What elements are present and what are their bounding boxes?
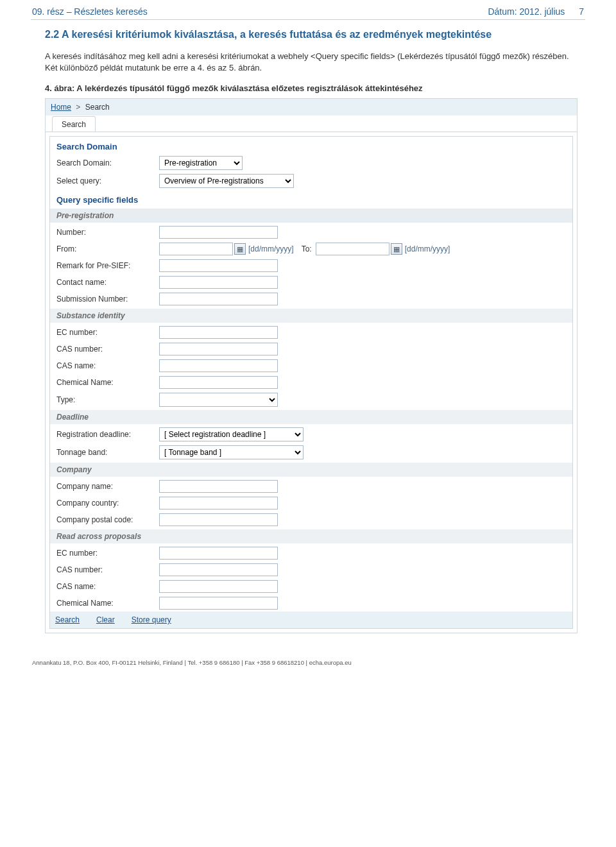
remark-input[interactable] <box>159 259 278 272</box>
section-paragraph: A keresés indításához meg kell adni a ke… <box>45 51 578 75</box>
qsf-title: Query specific fields <box>50 190 572 207</box>
ec-input-2[interactable] <box>159 547 278 560</box>
casname-input[interactable] <box>159 359 278 372</box>
label-submission-no: Submission Number: <box>56 295 159 304</box>
header-rule <box>31 19 585 20</box>
button-bar: Search Clear Store query <box>50 612 572 628</box>
search-button[interactable]: Search <box>55 615 80 624</box>
select-query-select[interactable]: Overview of Pre-registrations <box>159 174 294 188</box>
regdeadline-select[interactable]: [ Select registration deadline ] <box>159 427 304 441</box>
label-to: To: <box>302 244 312 253</box>
label-ec2: EC number: <box>56 549 159 558</box>
cas-input[interactable] <box>159 343 278 355</box>
label-chemname: Chemical Name: <box>56 378 159 387</box>
page-header: 09. rész – Részletes keresés Dátum: 2012… <box>0 0 616 19</box>
contact-input[interactable] <box>159 276 278 289</box>
number-input[interactable] <box>159 226 278 239</box>
breadcrumb: Home > Search <box>46 99 577 116</box>
label-coname: Company name: <box>56 482 159 491</box>
label-copostal: Company postal code: <box>56 515 159 524</box>
label-remark: Remark for Pre-SIEF: <box>56 261 159 270</box>
company-postal-input[interactable] <box>159 513 278 526</box>
label-casname2: CAS name: <box>56 582 159 591</box>
label-search-domain: Search Domain: <box>56 158 159 167</box>
casname-input-2[interactable] <box>159 580 278 593</box>
section-title: 2.2 A keresési kritériumok kiválasztása,… <box>45 28 578 42</box>
search-app: Home > Search Search Search Domain Searc… <box>45 98 578 633</box>
page-footer: Annankatu 18, P.O. Box 400, FI-00121 Hel… <box>32 659 584 666</box>
breadcrumb-home[interactable]: Home <box>51 103 71 112</box>
label-chemname2: Chemical Name: <box>56 599 159 608</box>
group-deadline: Deadline <box>50 410 572 424</box>
calendar-icon[interactable]: ▦ <box>391 243 402 255</box>
figure-caption: 4. ábra: A lekérdezés típusától függő me… <box>45 83 578 93</box>
page-number: 7 <box>579 6 584 17</box>
breadcrumb-current: Search <box>85 103 110 112</box>
label-regdeadline: Registration deadline: <box>56 430 159 439</box>
clear-button[interactable]: Clear <box>96 615 115 624</box>
company-country-input[interactable] <box>159 497 278 509</box>
label-cas: CAS number: <box>56 345 159 354</box>
label-cas2: CAS number: <box>56 565 159 574</box>
label-from: From: <box>56 244 159 253</box>
submission-no-input[interactable] <box>159 293 278 305</box>
label-type: Type: <box>56 395 159 404</box>
type-select[interactable] <box>159 393 278 407</box>
group-preregistration: Pre-registration <box>50 209 572 223</box>
breadcrumb-sep: > <box>76 103 80 112</box>
tabbar: Search <box>46 116 577 132</box>
tab-search[interactable]: Search <box>52 116 96 132</box>
search-domain-title: Search Domain <box>50 137 572 154</box>
header-right: Dátum: 2012. július 7 <box>488 6 584 17</box>
ec-input[interactable] <box>159 326 278 339</box>
search-domain-select[interactable]: Pre-registration <box>159 156 243 170</box>
cas-input-2[interactable] <box>159 563 278 576</box>
group-rap: Read across proposals <box>50 529 572 543</box>
header-left: 09. rész – Részletes keresés <box>32 6 148 17</box>
form-panel: Search Domain Search Domain: Pre-registr… <box>49 136 573 629</box>
company-name-input[interactable] <box>159 480 278 493</box>
group-substance: Substance identity <box>50 309 572 323</box>
chemname-input[interactable] <box>159 376 278 389</box>
to-date-input[interactable] <box>316 243 389 255</box>
label-select-query: Select query: <box>56 176 159 185</box>
label-casname: CAS name: <box>56 361 159 370</box>
from-date-hint: [dd/mm/yyyy] <box>248 244 294 253</box>
chemname-input-2[interactable] <box>159 597 278 610</box>
label-contact: Contact name: <box>56 278 159 287</box>
store-query-button[interactable]: Store query <box>132 615 171 624</box>
label-tonnage: Tonnage band: <box>56 448 159 457</box>
label-number: Number: <box>56 228 159 237</box>
header-date: Dátum: 2012. július <box>488 6 565 17</box>
from-date-input[interactable] <box>159 243 233 255</box>
tonnage-select[interactable]: [ Tonnage band ] <box>159 445 304 459</box>
group-company: Company <box>50 463 572 477</box>
label-ec: EC number: <box>56 328 159 337</box>
calendar-icon[interactable]: ▦ <box>234 243 246 255</box>
to-date-hint: [dd/mm/yyyy] <box>405 244 450 253</box>
label-cocountry: Company country: <box>56 499 159 508</box>
